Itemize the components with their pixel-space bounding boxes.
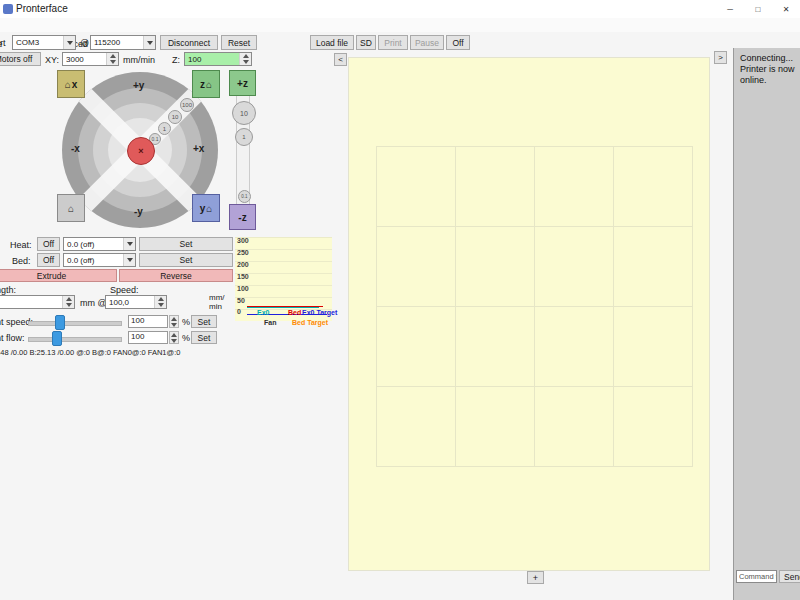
baud-value: 115200	[94, 38, 120, 47]
home-x-label: x	[72, 79, 78, 90]
home-z-button[interactable]: z⌂	[192, 70, 220, 98]
heat-off-button[interactable]: Off	[37, 237, 60, 251]
panel-collapse-right-button[interactable]: >	[714, 51, 727, 64]
home-y-button[interactable]: y⌂	[192, 194, 220, 222]
z-step-badge-10[interactable]: 10	[232, 101, 256, 125]
print-bed-grid	[376, 146, 693, 467]
dropdown-arrow-icon	[123, 238, 135, 250]
spinner-arrows-icon[interactable]	[239, 53, 251, 65]
home-icon: ⌂	[65, 79, 71, 90]
temperature-status-line: T:25.48 /0.00 B:25.13 /0.00 @:0 B@:0 FAN…	[0, 348, 180, 357]
viewer-collapse-left-button[interactable]: <	[334, 53, 347, 66]
heat-temp-select[interactable]: 0.0 (off)	[63, 237, 136, 251]
xy-feed-label: XY:	[45, 55, 59, 65]
home-x-button[interactable]: ⌂x	[57, 70, 85, 98]
heat-set-button[interactable]: Set	[139, 237, 233, 251]
print-speed-value-box[interactable]: 100	[128, 315, 168, 328]
length-label: Length:	[0, 285, 16, 295]
graph-tick: 250	[237, 249, 249, 256]
minimize-button[interactable]: ─	[716, 0, 744, 18]
graph-tick: 200	[237, 261, 249, 268]
z-feed-label: Z:	[172, 55, 180, 65]
title-bar[interactable]: Pronterface ─ □ ✕	[0, 0, 800, 18]
spinner-arrows-icon[interactable]	[169, 331, 179, 344]
graph-tick: 50	[237, 297, 245, 304]
sd-button[interactable]: SD	[356, 35, 376, 50]
print-speed-slider[interactable]	[28, 321, 122, 326]
print-flow-value-box[interactable]: 100	[128, 331, 168, 344]
print-bed-viewer[interactable]	[348, 57, 710, 571]
print-speed-percent: %	[182, 317, 190, 327]
dropdown-arrow-icon	[63, 36, 75, 49]
print-flow-set-button[interactable]: Set	[191, 331, 217, 344]
z-step-badge-1[interactable]: 1	[235, 128, 253, 146]
spinner-arrows-icon[interactable]	[169, 315, 179, 328]
pause-button[interactable]: Pause	[410, 35, 444, 50]
jog-plus-x-button[interactable]: +x	[193, 143, 204, 154]
home-icon: ⌂	[206, 79, 212, 90]
port-select[interactable]: COM3	[12, 35, 76, 50]
viewer-add-button[interactable]: +	[527, 571, 544, 584]
bed-set-button[interactable]: Set	[139, 253, 233, 267]
extrude-speed-spinner[interactable]: 100,0	[105, 295, 167, 309]
print-speed-set-button[interactable]: Set	[191, 315, 217, 328]
jog-plus-y-button[interactable]: +y	[133, 80, 144, 91]
app-icon	[3, 4, 13, 14]
port-label: Port	[0, 38, 6, 48]
motors-off-button[interactable]: Motors off	[0, 52, 41, 66]
bed-off-button[interactable]: Off	[37, 253, 60, 267]
legend-fan: Fan	[264, 319, 276, 326]
maximize-button[interactable]: □	[744, 0, 772, 18]
print-flow-slider-thumb[interactable]	[52, 331, 62, 346]
off-button[interactable]: Off	[446, 35, 470, 50]
send-button[interactable]: Send	[779, 570, 800, 583]
dropdown-arrow-icon	[123, 254, 135, 266]
print-button[interactable]: Print	[378, 35, 408, 50]
window-title: Pronterface	[16, 3, 68, 14]
z-minus-button[interactable]: -z	[229, 204, 256, 230]
z-step-badge-0-1[interactable]: 0.1	[238, 190, 251, 203]
legend-ex0: Ex0	[257, 309, 269, 316]
xy-feed-value: 3000	[66, 55, 84, 64]
jog-minus-y-button[interactable]: -y	[134, 206, 143, 217]
length-spinner[interactable]	[0, 295, 75, 309]
command-input[interactable]	[736, 570, 777, 583]
bed-temp-value: 0.0 (off)	[67, 256, 94, 265]
jog-step-badge-10: 10	[168, 110, 182, 124]
disconnect-button[interactable]: Disconnect	[160, 35, 218, 50]
home-icon: ⌂	[206, 203, 212, 214]
print-flow-label: Print flow:	[0, 333, 25, 343]
print-speed-slider-thumb[interactable]	[55, 315, 65, 330]
xy-feed-spinner[interactable]: 3000	[62, 52, 119, 66]
graph-tick: 150	[237, 273, 249, 280]
legend-ex0-target: Ex0 Target	[302, 309, 337, 316]
jog-step-badge-100: 100	[180, 98, 194, 112]
log-panel[interactable]: Connecting... Printer is now online.	[733, 48, 800, 600]
z-feed-spinner[interactable]: 100	[184, 52, 252, 66]
load-file-button[interactable]: Load file	[310, 35, 354, 50]
extrude-unit-top: mm/	[209, 293, 225, 302]
baud-select[interactable]: 115200	[90, 35, 156, 50]
home-all-button[interactable]: ⌂	[57, 194, 85, 222]
z-feed-value: 100	[188, 55, 201, 64]
reset-button[interactable]: Reset	[221, 35, 257, 50]
jog-center-button[interactable]: ×	[127, 137, 155, 165]
spinner-arrows-icon[interactable]	[154, 296, 166, 308]
home-y-label: y	[200, 203, 206, 214]
legend-bed-target: Bed Target	[292, 319, 328, 326]
bed-temp-select[interactable]: 0.0 (off)	[63, 253, 136, 267]
z-plus-button[interactable]: +z	[229, 70, 256, 96]
heat-temp-value: 0.0 (off)	[67, 240, 94, 249]
home-z-label: z	[200, 79, 205, 90]
spinner-arrows-icon[interactable]	[62, 296, 74, 308]
print-flow-slider[interactable]	[28, 337, 122, 342]
baud-at-label: @	[80, 38, 89, 48]
reverse-button[interactable]: Reverse	[119, 269, 233, 282]
close-button[interactable]: ✕	[772, 0, 800, 18]
jog-minus-x-button[interactable]: -x	[71, 143, 80, 154]
spinner-arrows-icon[interactable]	[106, 53, 118, 65]
menu-bar: File Tools Advanced Settings Help	[0, 18, 800, 32]
graph-tick: 300	[237, 237, 249, 244]
speed-label: Speed:	[110, 285, 139, 295]
extrude-button[interactable]: Extrude	[0, 269, 117, 282]
